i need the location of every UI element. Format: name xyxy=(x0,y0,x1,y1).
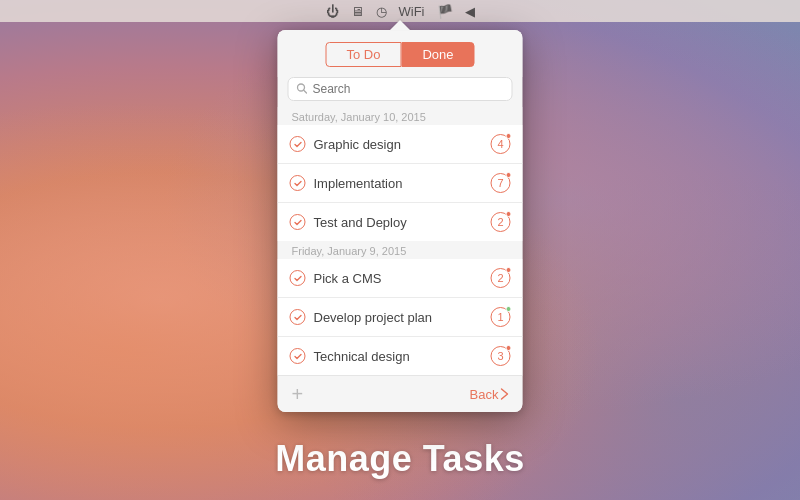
search-input[interactable] xyxy=(313,82,504,96)
check-icon xyxy=(290,309,306,325)
menubar: ⏻ 🖥 ◷ WiFi 🏴 ◀ xyxy=(0,0,800,22)
task-item[interactable]: Pick a CMS 2 xyxy=(278,259,523,298)
badge-dot xyxy=(506,133,512,139)
task-name: Test and Deploy xyxy=(314,215,483,230)
tab-bar: To Do Done xyxy=(278,30,523,77)
date-label-2: Friday, January 9, 2015 xyxy=(278,241,523,259)
task-name: Develop project plan xyxy=(314,310,483,325)
search-bar xyxy=(288,77,513,101)
task-badge: 1 xyxy=(491,307,511,327)
task-badge: 2 xyxy=(491,268,511,288)
check-icon xyxy=(290,214,306,230)
task-badge: 2 xyxy=(491,212,511,232)
task-item[interactable]: Test and Deploy 2 xyxy=(278,203,523,241)
task-name: Pick a CMS xyxy=(314,271,483,286)
wifi-icon: WiFi xyxy=(399,4,425,19)
task-badge: 3 xyxy=(491,346,511,366)
task-list-1: Graphic design 4 Implementation 7 xyxy=(278,125,523,241)
task-name: Technical design xyxy=(314,349,483,364)
task-item[interactable]: Implementation 7 xyxy=(278,164,523,203)
task-name: Graphic design xyxy=(314,137,483,152)
task-group-2: Friday, January 9, 2015 Pick a CMS 2 xyxy=(278,241,523,375)
check-icon xyxy=(290,136,306,152)
date-label-1: Saturday, January 10, 2015 xyxy=(278,107,523,125)
svg-line-1 xyxy=(304,90,307,93)
task-badge: 4 xyxy=(491,134,511,154)
tab-todo[interactable]: To Do xyxy=(325,42,401,67)
clock-icon: ◷ xyxy=(376,4,387,19)
badge-dot xyxy=(506,345,512,351)
task-popup: To Do Done Saturday, January 10, 2015 Gr… xyxy=(278,30,523,412)
badge-dot xyxy=(506,211,512,217)
back-button[interactable]: Back xyxy=(470,387,509,402)
badge-dot-green xyxy=(506,306,512,312)
svg-point-0 xyxy=(298,84,305,91)
tab-done[interactable]: Done xyxy=(401,42,474,67)
flag-icon: 🏴 xyxy=(437,4,453,19)
task-item[interactable]: Graphic design 4 xyxy=(278,125,523,164)
power-icon: ⏻ xyxy=(326,4,339,19)
volume-icon: ◀ xyxy=(465,4,475,19)
check-icon xyxy=(290,175,306,191)
task-list-2: Pick a CMS 2 Develop project plan 1 xyxy=(278,259,523,375)
task-group-1: Saturday, January 10, 2015 Graphic desig… xyxy=(278,107,523,241)
check-icon xyxy=(290,270,306,286)
task-item[interactable]: Technical design 3 xyxy=(278,337,523,375)
task-name: Implementation xyxy=(314,176,483,191)
badge-dot xyxy=(506,267,512,273)
check-icon xyxy=(290,348,306,364)
task-item[interactable]: Develop project plan 1 xyxy=(278,298,523,337)
search-icon xyxy=(297,83,308,96)
popup-footer: + Back xyxy=(278,375,523,412)
popup-arrow xyxy=(390,20,410,30)
chevron-right-icon xyxy=(501,388,509,400)
page-title: Manage Tasks xyxy=(0,438,800,480)
task-badge: 7 xyxy=(491,173,511,193)
badge-dot xyxy=(506,172,512,178)
add-button[interactable]: + xyxy=(292,384,304,404)
display-icon: 🖥 xyxy=(351,4,364,19)
